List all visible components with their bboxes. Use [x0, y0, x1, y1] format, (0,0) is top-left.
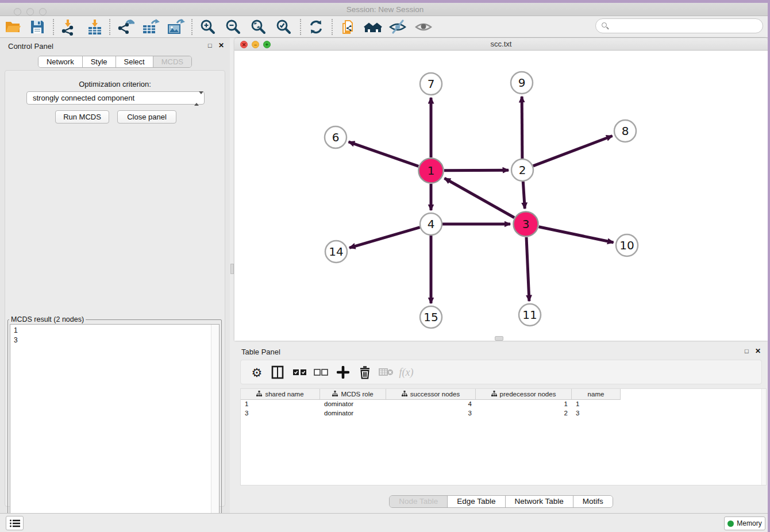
edge-1-6[interactable]	[349, 142, 419, 166]
tab-style[interactable]: Style	[83, 56, 116, 67]
hide-selected-icon[interactable]	[388, 17, 407, 37]
open-session-icon[interactable]	[3, 17, 22, 37]
settings-gear-icon[interactable]: ⚙	[248, 363, 266, 381]
edge-3-11[interactable]	[526, 237, 529, 301]
export-table-icon[interactable]	[141, 17, 160, 37]
delete-row-icon[interactable]	[356, 363, 374, 381]
delete-column-icon[interactable]	[377, 363, 395, 381]
table-row-1[interactable]: 1dominator411	[241, 400, 766, 409]
tab-mcds[interactable]: MCDS	[153, 56, 191, 67]
zoom-in-icon[interactable]	[198, 17, 218, 37]
column-header-name[interactable]: name	[572, 389, 621, 400]
graph-node-10[interactable]: 10	[616, 234, 638, 256]
edge-3-1[interactable]	[445, 178, 514, 217]
cell-predecessor-nodes[interactable]: 2	[476, 409, 572, 418]
column-header-successor-nodes[interactable]: successor nodes	[386, 389, 476, 400]
export-image-icon[interactable]	[166, 17, 186, 37]
save-session-icon[interactable]	[28, 17, 47, 37]
float-panel-icon[interactable]: □	[208, 42, 212, 49]
deselect-all-icon[interactable]	[312, 363, 330, 381]
mcds-result-box[interactable]: 1 3	[10, 324, 220, 531]
cell-shared-name[interactable]: 3	[241, 409, 320, 418]
node-label: 15	[424, 310, 438, 324]
export-network-icon[interactable]	[116, 17, 135, 37]
graph-node-4[interactable]: 4	[420, 213, 442, 235]
cell-shared-name[interactable]: 1	[241, 400, 320, 409]
result-scrollbar[interactable]	[211, 325, 219, 531]
graph-node-15[interactable]: 15	[420, 306, 442, 328]
edge-1-2[interactable]	[444, 170, 509, 171]
tab-edge-table[interactable]: Edge Table	[448, 496, 505, 507]
show-all-icon[interactable]	[414, 17, 433, 37]
edge-2-8[interactable]	[533, 136, 613, 166]
graph-node-8[interactable]: 8	[614, 120, 636, 142]
memory-label: Memory	[737, 519, 761, 527]
table-row-2[interactable]: 3dominator323	[241, 409, 766, 418]
optimization-criterion-select[interactable]: strongly connected component	[26, 91, 205, 105]
table-scrollbar[interactable]	[761, 389, 766, 485]
desktop-edge-right	[768, 0, 770, 532]
tab-network[interactable]: Network	[38, 56, 83, 67]
float-table-panel-icon[interactable]: □	[745, 348, 749, 354]
search-icon	[602, 22, 607, 28]
horizontal-splitter-handle[interactable]	[495, 336, 503, 341]
function-builder-icon[interactable]: f(x)	[397, 363, 415, 381]
tree-icon	[402, 391, 407, 398]
column-layout-icon[interactable]	[268, 363, 287, 381]
graph-node-2[interactable]: 2	[511, 159, 533, 181]
add-row-icon[interactable]	[334, 363, 352, 381]
node-table: shared nameMCDS rolesuccessor nodesprede…	[240, 388, 767, 485]
network-window-titlebar[interactable]: ✕ – + scc.txt	[234, 38, 768, 51]
cell-name[interactable]: 1	[572, 400, 621, 409]
mcds-result-fieldset: MCDS result (2 nodes) 1 3	[7, 315, 222, 532]
close-panel-icon[interactable]: ✕	[218, 41, 224, 49]
node-label: 8	[622, 124, 629, 138]
cell-mcds-role[interactable]: dominator	[320, 400, 386, 409]
zoom-fit-icon[interactable]	[249, 17, 268, 37]
zoom-out-icon[interactable]	[224, 17, 243, 37]
tab-select[interactable]: Select	[116, 56, 153, 67]
graph-node-6[interactable]: 6	[325, 126, 346, 148]
run-mcds-button[interactable]: Run MCDS	[55, 110, 109, 124]
cell-name[interactable]: 3	[572, 409, 621, 418]
graph-node-3[interactable]: 3	[514, 212, 538, 237]
close-table-panel-icon[interactable]: ✕	[755, 347, 761, 355]
select-all-icon[interactable]	[291, 363, 309, 381]
column-header-shared-name[interactable]: shared name	[241, 389, 320, 400]
control-panel-tabs: NetworkStyleSelectMCDS	[38, 56, 192, 68]
search-box[interactable]	[595, 18, 763, 33]
table-panel-tabs: Node TableEdge TableNetwork TableMotifs	[389, 495, 613, 508]
tab-network-table[interactable]: Network Table	[506, 496, 573, 507]
column-header-predecessor-nodes[interactable]: predecessor nodes	[476, 389, 572, 400]
graph-node-14[interactable]: 14	[325, 241, 347, 263]
refresh-view-icon[interactable]	[306, 17, 326, 37]
tab-node-table[interactable]: Node Table	[390, 496, 448, 507]
network-canvas[interactable]: 7968124314101511	[234, 51, 768, 341]
graph-node-1[interactable]: 1	[419, 159, 444, 183]
search-input[interactable]	[613, 20, 757, 32]
graph-node-9[interactable]: 9	[511, 72, 533, 94]
graph-node-7[interactable]: 7	[420, 73, 442, 95]
close-panel-button[interactable]: Close panel	[117, 110, 176, 124]
edge-2-9[interactable]	[522, 97, 522, 159]
graph-node-11[interactable]: 11	[519, 304, 541, 326]
first-neighbors-icon[interactable]	[363, 17, 383, 37]
cell-predecessor-nodes[interactable]: 1	[476, 400, 572, 409]
duplicate-network-icon[interactable]	[338, 17, 357, 37]
zoom-selected-icon[interactable]	[274, 17, 294, 37]
edge-3-10[interactable]	[539, 227, 614, 242]
tab-motifs[interactable]: Motifs	[573, 496, 613, 507]
node-label: 9	[518, 76, 526, 90]
cell-successor-nodes[interactable]: 3	[386, 409, 476, 418]
cell-successor-nodes[interactable]: 4	[386, 400, 476, 409]
column-header-mcds-role[interactable]: MCDS role	[320, 389, 386, 400]
edge-2-3[interactable]	[523, 182, 525, 209]
import-table-icon[interactable]	[85, 17, 105, 37]
vertical-splitter-handle[interactable]	[230, 264, 234, 274]
task-history-button[interactable]	[6, 516, 24, 530]
cell-mcds-role[interactable]: dominator	[320, 409, 386, 418]
status-bar: Memory	[0, 513, 770, 532]
import-network-icon[interactable]	[58, 17, 78, 37]
memory-button[interactable]: Memory	[724, 516, 765, 530]
edge-4-14[interactable]	[349, 228, 420, 248]
